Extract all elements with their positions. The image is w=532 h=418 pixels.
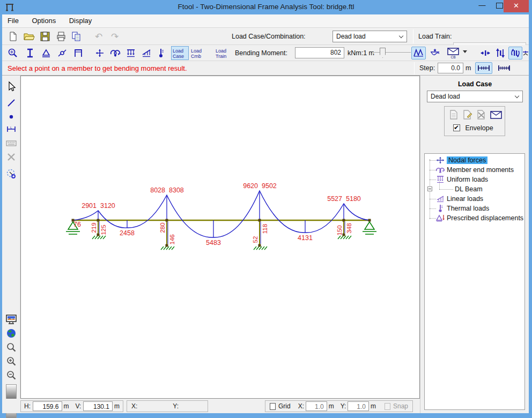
fit-screen-button[interactable] — [5, 313, 18, 326]
print-button[interactable] — [55, 30, 68, 43]
h-size-input[interactable]: 159.6 — [33, 401, 62, 411]
model-canvas[interactable]: 2901312021912580288308280146962095025211… — [20, 76, 420, 399]
hinge-icon — [57, 48, 68, 58]
load-case-panel: Load Case Dead load — [420, 76, 529, 413]
undo-icon: ↶ — [95, 31, 102, 42]
svg-text:8028: 8028 — [150, 186, 165, 194]
envelope-dropdown-caret[interactable] — [463, 50, 467, 53]
tree-item-member-end-moments[interactable]: Member end moments — [435, 165, 514, 175]
svg-text:CB: CB — [450, 55, 455, 59]
svg-text:5180: 5180 — [346, 195, 361, 203]
tree-item-nodal-forces[interactable]: Nodal forces — [435, 155, 487, 165]
zoom-window-button[interactable] — [5, 341, 18, 354]
diagram-display-button[interactable] — [411, 47, 426, 59]
influence-line-button[interactable] — [428, 47, 442, 59]
dimension-tool-button[interactable]: L — [5, 123, 18, 136]
uniform-loads-button[interactable] — [124, 47, 137, 59]
svg-text:8308: 8308 — [169, 186, 184, 194]
menu-display[interactable]: Display — [64, 14, 98, 27]
inspect-button[interactable] — [6, 47, 19, 59]
grid-checkbox[interactable] — [270, 403, 276, 410]
menu-file[interactable]: File — [2, 14, 24, 27]
step-fine-button[interactable] — [496, 62, 513, 74]
delete-button[interactable] — [5, 151, 18, 163]
select-tool-button[interactable] — [5, 80, 18, 93]
thermal-loads-button[interactable] — [156, 47, 166, 59]
grid-y-input[interactable]: 1.0 — [348, 401, 369, 411]
load-cmb-mode-button[interactable]: Load Cmb — [189, 46, 207, 60]
supports-button[interactable] — [40, 47, 53, 59]
load-case-mode-line2: Case — [173, 54, 184, 59]
scale-slider-thumb[interactable] — [380, 48, 386, 58]
tree-item-dl-beam[interactable]: DL Beam — [455, 184, 483, 194]
rotate-arrows-icon — [510, 48, 521, 58]
tree-item-prescribed-displacements[interactable]: Prescribed displacements — [435, 213, 523, 223]
svg-text:76: 76 — [73, 221, 81, 228]
grid-label: Grid — [278, 402, 291, 410]
zoom-out-button[interactable] — [5, 369, 18, 382]
tree-item-label: Thermal loads — [447, 205, 489, 212]
panel-load-case-select[interactable]: Dead load — [427, 91, 523, 102]
insert-node-button[interactable] — [5, 110, 18, 123]
copy-button[interactable] — [70, 30, 83, 43]
envelope-checkbox-row[interactable]: Envelope — [453, 123, 493, 132]
save-file-button[interactable] — [39, 30, 51, 43]
menu-options[interactable]: Options — [26, 14, 61, 27]
section-properties-button[interactable] — [24, 47, 36, 59]
hinge-button[interactable] — [56, 47, 69, 59]
new-file-button[interactable] — [6, 30, 19, 43]
grid-y-unit: m — [371, 402, 376, 410]
keyboard-icon — [5, 138, 17, 148]
minimize-button[interactable]: — — [476, 1, 488, 12]
transform-tool-button[interactable] — [5, 168, 18, 181]
grid-x-unit: m — [329, 402, 334, 410]
world-view-button[interactable] — [5, 327, 18, 340]
envelope-display-button[interactable]: CB — [445, 47, 461, 59]
edit-load-case-button[interactable] — [462, 109, 474, 121]
rotate-view-button[interactable] — [508, 47, 522, 59]
v-size-input[interactable]: 130.1 — [83, 401, 113, 411]
window-size-group: H: 159.6 m V: 130.1 m — [20, 400, 123, 412]
maximize-button[interactable] — [496, 3, 503, 9]
title-bar[interactable]: Ftool - Two-Dimensional Frame Analysis T… — [0, 0, 532, 14]
load-case-mode-button[interactable]: Load Case — [171, 46, 189, 60]
load-case-combination-select[interactable]: Dead load — [332, 31, 407, 42]
envelope-toggle-button[interactable] — [490, 109, 503, 121]
tree-item-uniform-loads[interactable]: Uniform loads — [435, 175, 488, 184]
tree-expander[interactable] — [427, 186, 432, 191]
member-results-button[interactable] — [523, 50, 528, 56]
insert-member-button[interactable] — [5, 96, 18, 109]
redo-button[interactable]: ↷ — [108, 30, 121, 43]
new-load-case-button[interactable] — [448, 109, 460, 121]
envelope-checkbox[interactable] — [453, 124, 460, 131]
zoom-in-button[interactable] — [5, 355, 18, 368]
member-end-moments-button[interactable] — [109, 47, 122, 59]
delete-load-case-button[interactable] — [476, 109, 487, 121]
grid-x-input[interactable]: 1.0 — [306, 401, 327, 411]
frame-button[interactable] — [72, 47, 85, 59]
linear-loads-button[interactable] — [140, 47, 153, 59]
pan-horizontal-button[interactable] — [478, 47, 492, 59]
nodal-forces-button[interactable] — [93, 47, 106, 59]
svg-text:52: 52 — [252, 236, 258, 243]
step-coarse-button[interactable] — [475, 62, 492, 74]
undo-button[interactable]: ↶ — [92, 30, 105, 43]
load-tree: Nodal forces Member end moments Uniform … — [424, 153, 525, 410]
pointer-icon — [6, 81, 17, 92]
tree-item-thermal-loads[interactable]: Thermal loads — [435, 204, 489, 213]
portal-frame-icon — [73, 48, 84, 58]
svg-text:125: 125 — [100, 225, 107, 235]
grid-snap-group: Grid X: 1.0 m Y: 1.0 m Snap — [265, 400, 413, 412]
step-input[interactable]: 0.0 — [438, 63, 463, 73]
svg-text:5483: 5483 — [206, 239, 221, 247]
close-button[interactable]: ✕ — [504, 0, 529, 12]
tree-item-linear-loads[interactable]: Linear loads — [435, 194, 483, 204]
load-train-mode-button[interactable]: Load Train — [214, 46, 232, 60]
keyboard-input-button[interactable] — [5, 137, 18, 150]
pan-vertical-button[interactable] — [493, 47, 507, 59]
scale-slider-track[interactable] — [373, 52, 411, 54]
delete-x-icon — [6, 152, 17, 162]
open-file-button[interactable] — [23, 30, 35, 43]
envelope-cb-icon: CB — [446, 47, 460, 59]
bending-moment-input[interactable]: 802 — [295, 47, 344, 58]
